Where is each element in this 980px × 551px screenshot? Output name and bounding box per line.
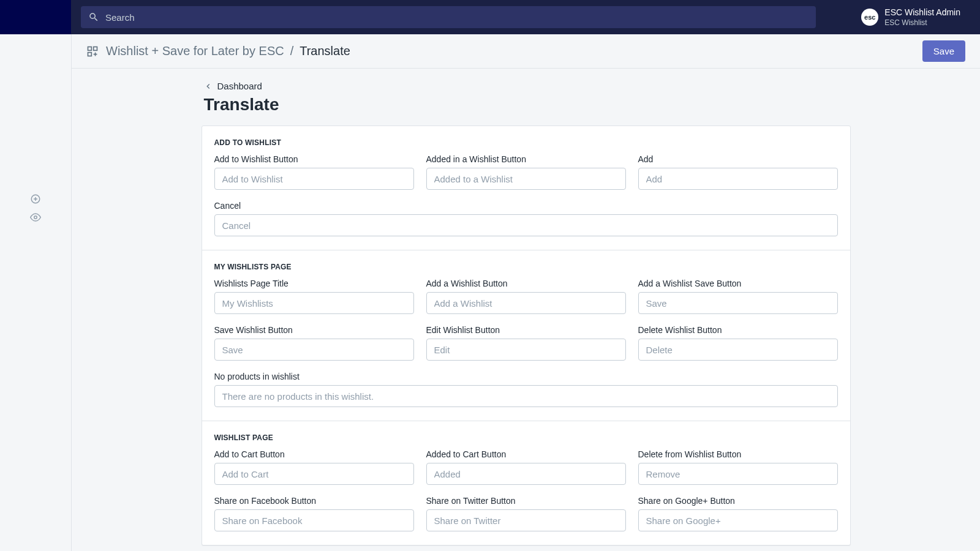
section-add-to-wishlist: Add to Wishlist Add to Wishlist Button A… — [202, 126, 850, 250]
avatar: esc — [861, 9, 878, 26]
topbar: esc ESC Wishlist Admin ESC Wishlist — [0, 0, 980, 34]
field-label: Added to Cart Button — [426, 449, 626, 459]
field-label: No products in wishlist — [214, 372, 838, 381]
add-to-wishlist-button-input[interactable] — [214, 168, 414, 190]
search-input[interactable] — [105, 12, 809, 23]
share-facebook-button-input[interactable] — [214, 509, 414, 531]
svg-point-3 — [34, 216, 37, 219]
breadcrumb-bar: Wishlist + Save for Later by ESC / Trans… — [72, 34, 980, 69]
section-title: Wishlist Page — [214, 433, 838, 442]
section-my-wishlists: My Wishlists Page Wishlists Page Title A… — [202, 250, 850, 421]
delete-wishlist-button-input[interactable] — [638, 339, 838, 361]
main: Wishlist + Save for Later by ESC / Trans… — [71, 34, 980, 551]
breadcrumb-sep: / — [290, 44, 294, 58]
back-label: Dashboard — [217, 81, 262, 91]
no-products-input[interactable] — [214, 385, 838, 407]
add-to-cart-button-input[interactable] — [214, 463, 414, 485]
field-label: Add to Wishlist Button — [214, 154, 414, 164]
wishlists-page-title-input[interactable] — [214, 292, 414, 314]
search-box[interactable] — [81, 6, 816, 28]
sidebar — [0, 34, 71, 551]
user-subtitle: ESC Wishlist — [884, 18, 960, 27]
cancel-input[interactable] — [214, 214, 838, 236]
delete-from-wishlist-button-input[interactable] — [638, 463, 838, 485]
chevron-left-icon — [204, 82, 213, 91]
field-label: Add to Cart Button — [214, 449, 414, 459]
field-label: Edit Wishlist Button — [426, 325, 626, 335]
eye-icon[interactable] — [30, 212, 41, 223]
search-wrap — [81, 6, 861, 28]
field-label: Add — [638, 154, 838, 164]
field-label: Share on Facebook Button — [214, 496, 414, 506]
section-title: My Wishlists Page — [214, 263, 838, 271]
section-wishlist-page: Wishlist Page Add to Cart Button Added t… — [202, 421, 850, 545]
svg-rect-6 — [88, 52, 92, 56]
field-label: Add a Wishlist Save Button — [638, 279, 838, 288]
share-twitter-button-input[interactable] — [426, 509, 626, 531]
field-label: Save Wishlist Button — [214, 325, 414, 335]
section-title: Add to Wishlist — [214, 138, 838, 147]
add-wishlist-save-button-input[interactable] — [638, 292, 838, 314]
save-wishlist-button-input[interactable] — [214, 339, 414, 361]
added-to-cart-button-input[interactable] — [426, 463, 626, 485]
save-button[interactable]: Save — [922, 40, 965, 62]
add-circle-icon[interactable] — [30, 193, 41, 204]
edit-wishlist-button-input[interactable] — [426, 339, 626, 361]
field-label: Delete from Wishlist Button — [638, 449, 838, 459]
field-label: Add a Wishlist Button — [426, 279, 626, 288]
breadcrumb-app[interactable]: Wishlist + Save for Later by ESC — [106, 44, 284, 58]
field-label: Share on Google+ Button — [638, 496, 838, 506]
added-in-wishlist-button-input[interactable] — [426, 168, 626, 190]
add-wishlist-button-input[interactable] — [426, 292, 626, 314]
search-icon — [88, 12, 99, 23]
back-link[interactable]: Dashboard — [204, 81, 851, 91]
apps-icon — [86, 45, 99, 58]
user-menu[interactable]: esc ESC Wishlist Admin ESC Wishlist — [861, 7, 970, 27]
field-label: Cancel — [214, 201, 838, 211]
field-label: Share on Twitter Button — [426, 496, 626, 506]
page-title: Translate — [204, 95, 851, 114]
share-googleplus-button-input[interactable] — [638, 509, 838, 531]
user-title: ESC Wishlist Admin — [884, 7, 960, 17]
translate-card: Add to Wishlist Add to Wishlist Button A… — [202, 126, 851, 545]
svg-rect-5 — [94, 47, 97, 50]
add-input[interactable] — [638, 168, 838, 190]
field-label: Delete Wishlist Button — [638, 325, 838, 335]
field-label: Added in a Wishlist Button — [426, 154, 626, 164]
breadcrumb-current: Translate — [300, 44, 350, 58]
field-label: Wishlists Page Title — [214, 279, 414, 288]
svg-rect-4 — [88, 47, 92, 50]
topbar-logo-area — [0, 0, 71, 34]
